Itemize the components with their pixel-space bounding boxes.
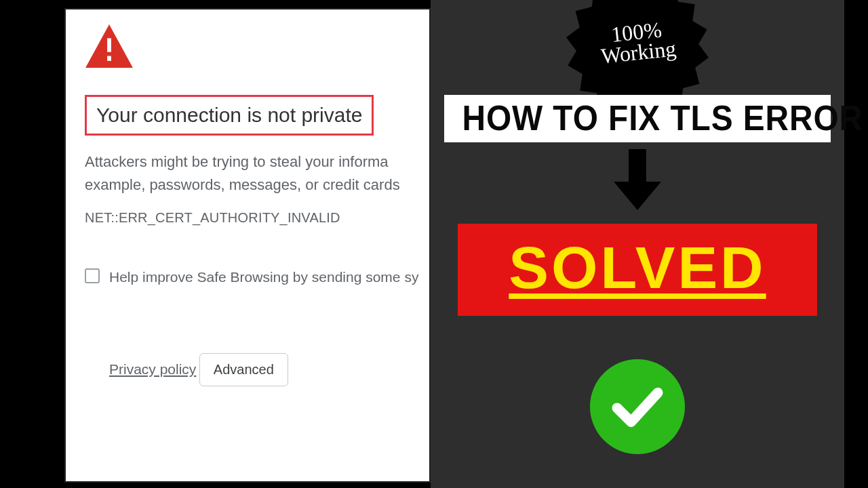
advanced-button[interactable]: Advanced — [199, 353, 288, 386]
svg-marker-4 — [614, 182, 661, 210]
privacy-policy-link[interactable]: Privacy policy — [109, 361, 196, 378]
svg-rect-1 — [107, 38, 111, 52]
headline-highlight-box: Your connection is not private — [85, 95, 374, 136]
chrome-error-page: Your connection is not private Attackers… — [64, 8, 431, 483]
solved-banner: SOLVED — [458, 224, 817, 316]
warning-triangle-icon — [85, 24, 414, 95]
error-headline: Your connection is not private — [96, 104, 362, 127]
safe-browsing-opt-in[interactable]: Help improve Safe Browsing by sending so… — [85, 266, 414, 288]
thumbnail-overlay: 100% Working HOW TO FIX TLS ERROR SOLVED — [431, 0, 844, 488]
checkbox-label: Help improve Safe Browsing by sending so… — [109, 266, 418, 288]
error-code: NET::ERR_CERT_AUTHORITY_INVALID — [85, 210, 414, 226]
hundred-percent-badge: 100% Working — [583, 0, 692, 102]
overlay-title: HOW TO FIX TLS ERROR — [462, 98, 812, 138]
down-arrow-icon — [614, 149, 661, 210]
svg-rect-3 — [629, 149, 646, 182]
error-description: Attackers might be trying to steal your … — [85, 150, 414, 197]
checkmark-badge — [590, 359, 685, 454]
title-strip: HOW TO FIX TLS ERROR — [444, 95, 831, 142]
checkbox-icon[interactable] — [85, 268, 100, 283]
check-icon — [607, 376, 668, 437]
svg-rect-2 — [107, 56, 111, 61]
solved-text: SOLVED — [463, 233, 812, 302]
